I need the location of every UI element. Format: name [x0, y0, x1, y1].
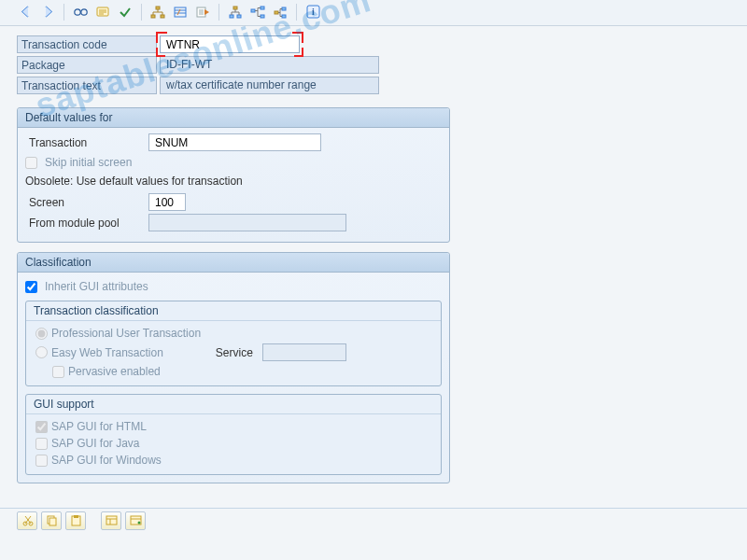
svg-rect-7 — [175, 7, 186, 17]
main-content: saptablesonline.com Transaction code Pac… — [0, 26, 747, 532]
service-input — [262, 343, 346, 361]
gui-win-label: SAP GUI for Windows — [51, 454, 162, 467]
info-icon[interactable]: i — [304, 4, 321, 21]
svg-rect-28 — [106, 516, 117, 525]
forward-icon[interactable] — [39, 4, 56, 21]
subgroup-gui-support: GUI support SAP GUI for HTML SAP GUI for… — [25, 394, 442, 475]
module-pool-input — [148, 214, 346, 231]
display-change-icon[interactable] — [94, 4, 111, 21]
toolbar-separator — [296, 4, 297, 21]
cut-button[interactable] — [17, 511, 37, 530]
svg-rect-4 — [156, 7, 160, 9]
svg-rect-18 — [282, 7, 286, 10]
transaction-label: Transaction — [25, 135, 148, 150]
svg-rect-19 — [282, 15, 286, 18]
toolbar-separator — [63, 4, 64, 21]
svg-rect-14 — [251, 9, 255, 12]
package-label: Package — [17, 56, 157, 74]
svg-rect-16 — [261, 15, 264, 18]
inherit-gui-checkbox[interactable] — [25, 281, 37, 293]
svg-rect-5 — [151, 15, 155, 18]
copy-button[interactable] — [41, 511, 62, 530]
gui-java-checkbox[interactable] — [35, 438, 48, 450]
package-value: ID-FI-WT — [160, 56, 379, 74]
hierarchy-3-icon[interactable] — [272, 4, 289, 21]
toolbar-separator — [218, 4, 219, 21]
svg-rect-27 — [74, 515, 78, 518]
pervasive-label: Pervasive enabled — [68, 365, 161, 378]
check-icon[interactable] — [117, 4, 134, 21]
app-toolbar: i — [0, 0, 747, 26]
gui-html-label: SAP GUI for HTML — [51, 420, 147, 433]
skip-initial-label: Skip initial screen — [45, 156, 132, 169]
obsolete-text: Obsolete: Use default values for transac… — [25, 171, 442, 193]
object-list-icon[interactable] — [172, 4, 189, 21]
footer-toolbar — [0, 508, 747, 532]
radio-easyweb-label: Easy Web Transaction — [51, 346, 163, 359]
hierarchy-1-icon[interactable] — [227, 4, 244, 21]
tcode-input[interactable] — [160, 35, 300, 53]
layout-1-button[interactable] — [101, 511, 121, 530]
pervasive-checkbox[interactable] — [52, 366, 64, 378]
hierarchy-2-icon[interactable] — [249, 4, 266, 21]
layout-2-button[interactable] — [125, 511, 146, 530]
svg-rect-11 — [233, 7, 237, 9]
ttext-label: Transaction text — [17, 77, 157, 94]
group-classification-title: Classification — [18, 253, 449, 273]
where-used-icon[interactable] — [149, 4, 166, 21]
toolbar-separator — [141, 4, 142, 21]
subgroup-tc-title: Transaction classification — [26, 301, 441, 321]
back-icon[interactable] — [17, 4, 34, 21]
svg-rect-12 — [230, 15, 233, 18]
group-classification: Classification Inherit GUI attributes Tr… — [17, 252, 450, 483]
paste-button[interactable] — [65, 511, 86, 530]
svg-rect-13 — [237, 15, 241, 18]
svg-point-33 — [137, 522, 140, 525]
worklist-icon[interactable] — [194, 4, 211, 21]
gui-java-label: SAP GUI for Java — [51, 437, 139, 450]
radio-easyweb[interactable] — [35, 346, 48, 358]
svg-rect-25 — [49, 518, 56, 525]
skip-initial-checkbox[interactable] — [25, 157, 37, 169]
transaction-input[interactable] — [148, 133, 321, 151]
gui-html-checkbox[interactable] — [35, 421, 48, 433]
svg-point-0 — [74, 8, 79, 14]
subgroup-transaction-classification: Transaction classification Professional … — [25, 301, 442, 386]
screen-input[interactable] — [148, 193, 186, 211]
screen-label: Screen — [25, 195, 148, 210]
svg-point-1 — [80, 8, 86, 14]
radio-professional-label: Professional User Transaction — [51, 327, 201, 340]
subgroup-gui-title: GUI support — [26, 395, 441, 414]
glasses-icon[interactable] — [72, 4, 89, 21]
gui-win-checkbox[interactable] — [35, 455, 48, 467]
service-label: Service — [216, 346, 253, 359]
svg-rect-6 — [161, 15, 164, 18]
group-default-values: Default values for Transaction Skip init… — [17, 107, 450, 243]
tcode-label: Transaction code — [17, 35, 157, 53]
module-pool-label: From module pool — [25, 216, 148, 231]
ttext-value: w/tax certificate number range — [160, 77, 379, 94]
radio-professional[interactable] — [35, 328, 48, 340]
inherit-gui-label: Inherit GUI attributes — [45, 280, 148, 293]
svg-rect-15 — [261, 7, 264, 9]
svg-text:i: i — [312, 7, 315, 17]
svg-rect-17 — [275, 11, 278, 14]
group-default-values-title: Default values for — [18, 108, 449, 128]
tcode-focus — [160, 35, 300, 53]
